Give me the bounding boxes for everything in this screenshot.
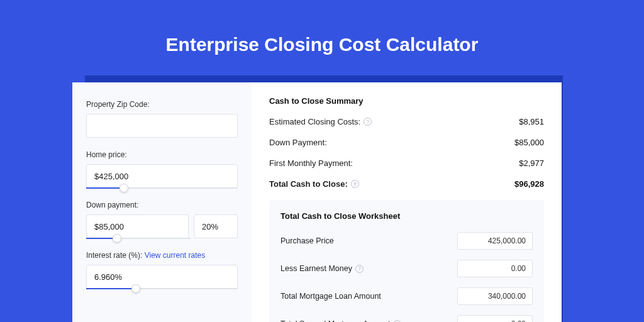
inputs-panel: Property Zip Code: Home price: Down paym… bbox=[72, 82, 252, 322]
summary-row-label: Down Payment: bbox=[269, 138, 327, 147]
worksheet-row-label: Total Mortgage Loan Amount bbox=[280, 292, 381, 301]
summary-row: Estimated Closing Costs:?$8,951 bbox=[269, 117, 544, 126]
calculator-card: Property Zip Code: Home price: Down paym… bbox=[72, 82, 562, 322]
down-payment-field: Down payment: bbox=[86, 201, 238, 238]
down-payment-slider-fill bbox=[86, 238, 113, 239]
worksheet-row-input[interactable] bbox=[457, 287, 533, 305]
zip-label: Property Zip Code: bbox=[86, 100, 238, 109]
zip-field: Property Zip Code: bbox=[86, 100, 238, 138]
view-rates-link[interactable]: View current rates bbox=[145, 251, 206, 260]
summary-row-value: $96,928 bbox=[514, 179, 544, 189]
interest-field: Interest rate (%): View current rates bbox=[86, 251, 238, 289]
worksheet-row-label: Purchase Price bbox=[280, 236, 334, 245]
interest-slider-fill bbox=[86, 288, 131, 289]
summary-row-value: $8,951 bbox=[519, 117, 544, 126]
summary-row-label: Total Cash to Close:? bbox=[269, 179, 359, 189]
summary-row: First Monthly Payment:$2,977 bbox=[269, 158, 544, 168]
help-icon[interactable]: ? bbox=[351, 180, 359, 188]
summary-row-label: First Monthly Payment: bbox=[269, 158, 353, 168]
summary-row-label: Estimated Closing Costs:? bbox=[269, 117, 372, 126]
interest-slider-thumb[interactable] bbox=[131, 284, 140, 293]
worksheet-row: Total Second Mortgage Amount? bbox=[280, 315, 533, 322]
down-payment-input[interactable] bbox=[86, 214, 189, 238]
summary-row-value: $85,000 bbox=[514, 138, 544, 147]
zip-input[interactable] bbox=[86, 114, 238, 138]
worksheet-title: Total Cash to Close Worksheet bbox=[280, 211, 533, 221]
worksheet-row-input[interactable] bbox=[457, 232, 533, 250]
home-price-slider-thumb[interactable] bbox=[119, 184, 128, 192]
worksheet-row-label: Total Second Mortgage Amount? bbox=[280, 319, 401, 322]
help-icon[interactable]: ? bbox=[355, 265, 364, 273]
home-price-slider-fill bbox=[86, 187, 119, 189]
home-price-field: Home price: bbox=[86, 150, 238, 188]
down-payment-slider-thumb[interactable] bbox=[113, 234, 121, 243]
interest-slider-wrap bbox=[86, 265, 238, 289]
help-icon[interactable]: ? bbox=[393, 320, 401, 323]
down-payment-label: Down payment: bbox=[86, 201, 238, 209]
worksheet-rows: Purchase PriceLess Earnest Money?Total M… bbox=[280, 232, 533, 322]
interest-input[interactable] bbox=[86, 265, 238, 289]
worksheet-row-input[interactable] bbox=[457, 315, 533, 322]
worksheet-row-input[interactable] bbox=[457, 260, 533, 277]
results-panel: Cash to Close Summary Estimated Closing … bbox=[252, 82, 562, 322]
worksheet-row: Total Mortgage Loan Amount bbox=[280, 287, 533, 305]
home-price-input[interactable] bbox=[86, 164, 238, 188]
summary-row-value: $2,977 bbox=[519, 158, 544, 168]
down-payment-pct-input[interactable] bbox=[194, 214, 238, 238]
worksheet-row-label: Less Earnest Money? bbox=[280, 264, 364, 273]
home-price-label: Home price: bbox=[86, 150, 238, 159]
summary-title: Cash to Close Summary bbox=[269, 96, 544, 106]
worksheet-row: Purchase Price bbox=[280, 232, 533, 250]
worksheet-row: Less Earnest Money? bbox=[280, 260, 533, 277]
page-title: Enterprise Closing Cost Calculator bbox=[0, 0, 644, 74]
help-icon[interactable]: ? bbox=[364, 118, 372, 126]
interest-label-text: Interest rate (%): bbox=[86, 251, 145, 260]
summary-row: Down Payment:$85,000 bbox=[269, 138, 544, 147]
summary-row: Total Cash to Close:?$96,928 bbox=[269, 179, 544, 189]
summary-rows: Estimated Closing Costs:?$8,951Down Paym… bbox=[269, 117, 544, 189]
worksheet-card: Total Cash to Close Worksheet Purchase P… bbox=[269, 200, 544, 322]
home-price-slider-wrap bbox=[86, 164, 238, 188]
down-payment-slider-wrap bbox=[86, 214, 238, 238]
interest-label: Interest rate (%): View current rates bbox=[86, 251, 238, 260]
